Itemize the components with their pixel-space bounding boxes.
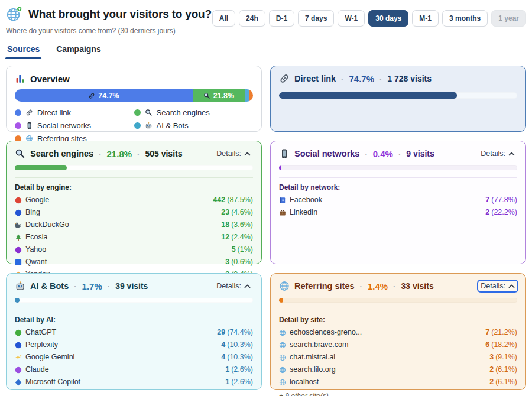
item-label: Microsoft Copilot: [25, 377, 80, 387]
list-item: Microsoft Copilot 1(2.6%): [15, 376, 253, 388]
filter-button[interactable]: D-1: [269, 10, 294, 27]
item-value: 18(3.6%): [221, 220, 253, 230]
legend-label: Search engines: [157, 108, 210, 117]
card-percentage: 0.4%: [373, 149, 393, 159]
engine-list: Google 442(87.5%) Bing 23(4.6%) DuckDuck…: [15, 194, 253, 281]
details-toggle[interactable]: Details:: [478, 281, 517, 291]
item-label: Facebook: [290, 195, 322, 205]
list-item: Claude 1(2.6%): [15, 363, 253, 376]
page-header: What brought your visitors to you? Where…: [6, 6, 526, 35]
list-item: echosciences-greno... 7(21.2%): [279, 326, 517, 339]
item-value: 4(10.3%): [221, 352, 253, 362]
filter-button[interactable]: M-1: [412, 10, 439, 27]
list-item: chat.mistral.ai 3(9.1%): [279, 351, 517, 363]
filter-button[interactable]: 7 days: [298, 10, 334, 27]
google-icon: [15, 197, 22, 204]
progress-fill: [279, 92, 457, 99]
yahoo-icon: [15, 246, 22, 254]
tab-bar: SourcesCampaigns: [6, 44, 526, 59]
filter-button[interactable]: W-1: [338, 10, 365, 27]
qwant-icon: [15, 259, 22, 266]
card-percentage: 21.8%: [107, 149, 132, 159]
link-icon: [279, 73, 290, 84]
list-item: Bing 23(4.6%): [15, 206, 253, 219]
filter-button[interactable]: 3 months: [442, 10, 488, 27]
site-globe-icon: [279, 342, 286, 349]
legend-item: Direct link: [15, 107, 134, 118]
progress-track: [279, 298, 517, 303]
progress-fill: [279, 165, 281, 170]
tab[interactable]: Campaigns: [56, 44, 100, 59]
item-value: 3(9.1%): [489, 352, 517, 362]
card-percentage: 1.4%: [368, 281, 388, 291]
card-title: Search engines: [30, 149, 93, 158]
site-globe-icon: [279, 366, 286, 374]
list-item: ChatGPT 29(74.4%): [15, 326, 253, 339]
filter-button[interactable]: 1 year: [491, 10, 526, 27]
progress-track: [15, 165, 253, 170]
item-value: 2(22.2%): [485, 207, 517, 218]
chevron-up-icon: [244, 284, 251, 288]
card-title: Direct link: [294, 74, 336, 83]
legend-item: AI & Bots: [134, 120, 254, 131]
referring-sites-card: Referring sites · 1.4% · 33 visits Detai…: [270, 273, 526, 390]
direct-link-card: Direct link · 74.7% · 1 728 visits: [270, 66, 526, 132]
bing-icon: [15, 209, 22, 216]
perplexity-icon: [15, 342, 22, 349]
item-value: 7(21.2%): [485, 327, 517, 337]
item-value: 5(1%): [232, 245, 253, 255]
cards-grid: Overview 74.7% 21.8%: [6, 66, 526, 390]
item-label: Ecosia: [25, 232, 48, 242]
card-visits: 39 visits: [115, 281, 148, 291]
ai-bots-card: AI & Bots · 1.7% · 39 visits Details: De…: [6, 273, 262, 390]
overview-stacked-bar: 74.7% 21.8%: [15, 89, 253, 102]
item-value: 6(18.2%): [485, 340, 517, 350]
ecosia-icon: [15, 234, 22, 241]
item-value: 7(77.8%): [485, 195, 517, 205]
divider: [279, 310, 517, 310]
details-toggle[interactable]: Details:: [478, 148, 517, 159]
item-value: 4(10.3%): [221, 340, 253, 350]
legend-label: AI & Bots: [157, 121, 189, 130]
filter-button[interactable]: All: [212, 10, 235, 27]
progress-fill: [15, 165, 67, 170]
item-label: localhost: [290, 377, 319, 387]
phone-icon: [279, 148, 290, 159]
item-value: 442(87.5%): [213, 195, 253, 205]
item-label: Claude: [25, 365, 49, 375]
phone-icon: [25, 122, 33, 129]
details-toggle[interactable]: Details:: [214, 148, 253, 159]
filter-button[interactable]: 30 days: [368, 10, 408, 27]
filter-button[interactable]: 24h: [239, 10, 265, 27]
list-item: Facebook 7(77.8%): [279, 194, 517, 206]
card-visits: 33 visits: [401, 281, 433, 291]
other-sites-note: + 9 other site(s): [279, 392, 517, 396]
tab[interactable]: Sources: [7, 44, 40, 59]
details-toggle[interactable]: Details:: [214, 281, 253, 291]
detail-title: Detail by network:: [279, 183, 517, 191]
list-item: localhost 2(6.1%): [279, 376, 517, 388]
card-visits: 1 728 visits: [387, 74, 432, 83]
card-percentage: 1.7%: [82, 281, 102, 291]
item-label: ChatGPT: [25, 327, 56, 337]
legend-color-dot: [15, 109, 21, 116]
item-value: 29(74.4%): [217, 327, 253, 337]
search-icon: [145, 109, 153, 116]
item-value: 1(2.6%): [225, 377, 253, 387]
item-label: Yahoo: [25, 245, 46, 255]
link-icon: [25, 109, 33, 116]
robot-icon: [145, 122, 153, 129]
progress-fill: [279, 298, 283, 303]
item-value: 2(6.1%): [489, 365, 517, 375]
item-value: 1(2.6%): [225, 365, 253, 375]
item-label: DuckDuckGo: [25, 220, 69, 230]
progress-track: [279, 165, 517, 170]
overview-bar-segment: [245, 89, 249, 102]
overview-legend: Direct link Search engines Social networ…: [15, 107, 253, 144]
overview-bar-segment: 74.7%: [15, 89, 193, 102]
list-item: search.brave.com 6(18.2%): [279, 339, 517, 351]
card-title: Referring sites: [294, 281, 355, 291]
linkedin-icon: [279, 209, 286, 216]
site-globe-icon: [279, 354, 286, 361]
card-title: Social networks: [294, 149, 359, 158]
